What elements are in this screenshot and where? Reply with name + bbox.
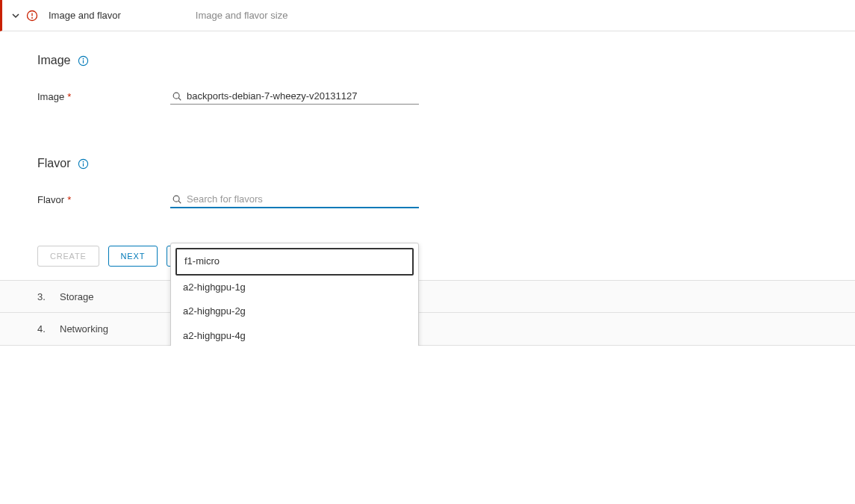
header-title: Image and flavor (49, 10, 121, 21)
svg-point-9 (83, 161, 84, 162)
svg-line-12 (178, 201, 181, 203)
step-label: Networking (60, 323, 108, 335)
step-row[interactable]: 3.Storage (0, 280, 855, 313)
dropdown-item[interactable]: a2-highgpu-4g (175, 324, 414, 346)
next-button[interactable]: NEXT (108, 246, 158, 267)
info-icon[interactable] (78, 55, 89, 66)
dropdown-item[interactable]: a2-highgpu-1g (175, 276, 414, 300)
svg-point-4 (83, 57, 84, 59)
image-search-input[interactable] (187, 90, 417, 102)
svg-point-2 (31, 17, 33, 19)
flavor-dropdown: f1-microa2-highgpu-1ga2-highgpu-2ga2-hig… (170, 243, 419, 346)
svg-line-7 (178, 98, 181, 100)
image-field-label: Image* (37, 91, 170, 102)
step-label: Storage (60, 291, 94, 302)
search-icon (172, 91, 182, 102)
create-button: CREATE (37, 246, 99, 267)
step-number: 4. (37, 323, 60, 335)
flavor-input-wrap[interactable] (170, 191, 419, 208)
dropdown-item[interactable]: f1-micro (175, 248, 414, 276)
flavor-search-input[interactable] (187, 193, 417, 205)
step-row[interactable]: 4.Networking (0, 313, 855, 346)
dropdown-list[interactable]: f1-microa2-highgpu-1ga2-highgpu-2ga2-hig… (171, 243, 418, 346)
search-icon (172, 194, 182, 205)
image-input-wrap[interactable] (170, 88, 419, 105)
step-number: 3. (37, 291, 60, 302)
image-section-title: Image (37, 54, 855, 67)
dropdown-item[interactable]: a2-highgpu-2g (175, 299, 414, 324)
header-subtitle: Image and flavor size (196, 10, 288, 21)
alert-circle-icon (26, 10, 38, 22)
button-row: CREATE NEXT C (37, 246, 855, 267)
info-icon[interactable] (78, 158, 89, 169)
image-field-row: Image* (37, 88, 855, 105)
svg-point-6 (173, 93, 179, 99)
flavor-field-row: Flavor* (37, 191, 855, 208)
section-header: Image and flavor Image and flavor size (0, 0, 855, 31)
flavor-section-title: Flavor (37, 157, 855, 170)
chevron-down-icon[interactable] (11, 11, 20, 20)
svg-point-11 (173, 196, 179, 202)
flavor-field-label: Flavor* (37, 194, 170, 205)
